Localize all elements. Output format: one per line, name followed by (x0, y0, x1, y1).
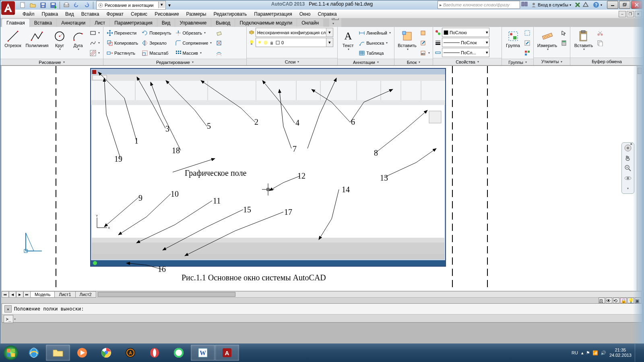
btn-erase-icon[interactable] (215, 28, 223, 38)
tab-insert[interactable]: Вставка (30, 19, 57, 27)
annolock-icon[interactable]: 🔒 (620, 298, 627, 303)
annoscale-icon[interactable]: ⚖ (599, 298, 605, 303)
taskbar-word-icon[interactable]: W (191, 345, 215, 361)
btn-block-insert[interactable]: Вставить▾ (396, 28, 418, 53)
btn-block-attr-icon[interactable]: ab▾ (419, 48, 431, 58)
tray-clock[interactable]: 21:35 24.02.2013 (609, 348, 632, 358)
menu-format[interactable]: Формат (103, 10, 127, 18)
tab-sheet[interactable]: Лист (90, 19, 109, 27)
sheet-tab-2[interactable]: Лист2 (75, 291, 96, 298)
tab-annotate[interactable]: Аннотации (57, 19, 90, 27)
btn-copy-clip-icon[interactable] (596, 38, 605, 48)
lineweight-icon[interactable] (435, 39, 441, 46)
show-desktop-button[interactable] (635, 344, 640, 362)
btn-rectangle[interactable]: ▾ (88, 28, 101, 38)
tray-flag-icon[interactable]: ⚑ (586, 350, 590, 356)
menu-modify[interactable]: Редактировать (210, 10, 250, 18)
linetype-combo[interactable]: ПоСл...▾ (442, 48, 489, 57)
search-input[interactable]: ▸Введите ключевое слово/фразу (438, 1, 520, 9)
btn-spline[interactable]: ▾ (88, 38, 101, 48)
btn-polyline[interactable]: Полилиния (24, 28, 50, 49)
annomax-icon[interactable]: ▣ (635, 298, 641, 303)
taskbar-wmp-icon[interactable] (70, 345, 94, 361)
menu-insert[interactable]: Вставка (78, 10, 103, 18)
panel-utils-title[interactable]: Утилиты▾ (534, 58, 570, 65)
sheet-tab-1[interactable]: Лист1 (54, 291, 75, 298)
menu-draw[interactable]: Рисование (151, 10, 182, 18)
taskbar-ie-icon[interactable] (22, 345, 46, 361)
btn-hatch[interactable]: ▾ (88, 48, 101, 58)
tab-plugins[interactable]: Подключаемые модули (235, 19, 297, 27)
btn-mirror[interactable]: Зеркало (140, 38, 173, 48)
btn-select-icon[interactable] (559, 28, 568, 38)
panel-draw-title[interactable]: Рисование▾ (0, 59, 103, 65)
tab-online[interactable]: Онлайн (297, 19, 323, 27)
maximize-button[interactable] (619, 1, 630, 9)
sheet-next-icon[interactable]: ▶ (16, 291, 23, 298)
menu-param[interactable]: Параметризация (250, 10, 295, 18)
qat-plot-icon[interactable] (62, 1, 71, 10)
annovis-icon[interactable]: 👁 (606, 298, 612, 303)
mdi-close-icon[interactable]: ✕ (635, 11, 642, 17)
btn-copy[interactable]: Копировать (105, 38, 140, 48)
tab-output[interactable]: Вывод (211, 19, 235, 27)
nav-orbit-icon[interactable] (624, 174, 632, 182)
panel-groups-title[interactable]: Группы▾ (502, 59, 533, 65)
qat-customize-icon[interactable]: ▾ (166, 1, 173, 10)
sheet-first-icon[interactable]: ⏮ (2, 291, 9, 298)
btn-scale[interactable]: Масштаб (140, 48, 173, 58)
sheet-last-icon[interactable]: ⏭ (23, 291, 31, 298)
btn-quickcalc-icon[interactable] (559, 38, 568, 48)
sheet-prev-icon[interactable]: ◀ (9, 291, 16, 298)
annoauto-icon[interactable]: ⟲ (613, 298, 619, 303)
taskbar-autocad-icon[interactable]: A (215, 345, 239, 361)
annobulb-icon[interactable]: 💡 (627, 298, 634, 303)
taskbar-qip-icon[interactable] (167, 345, 191, 361)
btn-offset-icon[interactable] (215, 48, 223, 58)
tab-manage[interactable]: Управление (175, 19, 211, 27)
start-button[interactable] (0, 343, 22, 362)
panel-annot-title[interactable]: Аннотации▾ (338, 59, 394, 65)
btn-fillet[interactable]: Сопряжение▾ (173, 38, 214, 48)
btn-group-edit-icon[interactable] (523, 38, 532, 48)
btn-leader[interactable]: Выноска▾ (357, 38, 392, 48)
help-icon[interactable]: ? (592, 1, 600, 8)
btn-text[interactable]: AТекст▾ (339, 28, 357, 53)
taskbar-aimp-icon[interactable]: A (118, 345, 142, 361)
horizontal-scrollbar[interactable] (97, 291, 642, 298)
menu-window[interactable]: Окно (296, 10, 314, 18)
exchange-icon[interactable] (574, 1, 581, 8)
btn-rotate[interactable]: Повернуть (140, 28, 173, 38)
panel-edit-title[interactable]: Редактирование▾ (103, 59, 246, 65)
tray-volume-icon[interactable]: 🔊 (601, 350, 606, 356)
btn-measure[interactable]: Измерить▾ (535, 28, 559, 53)
btn-dimlinear[interactable]: Линейный▾ (357, 28, 392, 38)
search-icon[interactable] (521, 1, 528, 8)
btn-paste[interactable]: Вставить▾ (572, 28, 595, 53)
layer-lightbulb-icon[interactable] (248, 39, 255, 46)
menu-edit[interactable]: Правка (38, 10, 62, 18)
qat-save-icon[interactable] (38, 1, 48, 10)
minimize-button[interactable] (607, 1, 618, 9)
btn-table[interactable]: Таблица (357, 48, 392, 58)
layer-combo[interactable]: 0▾ (256, 38, 333, 47)
menu-dims[interactable]: Размеры (183, 10, 210, 18)
canvas[interactable]: X Y (2, 66, 637, 291)
tray-network-icon[interactable]: 📶 (592, 350, 598, 356)
menu-service[interactable]: Сервис (127, 10, 151, 18)
lineweight-combo[interactable]: ПоСлок▾ (442, 38, 489, 47)
menu-view[interactable]: Вид (62, 10, 78, 18)
btn-move[interactable]: Перенести (105, 28, 140, 38)
btn-array[interactable]: Массив▾ (173, 48, 214, 58)
btn-block-create-icon[interactable] (419, 28, 431, 38)
tray-lang[interactable]: RU (572, 350, 578, 355)
mdi-minimize-icon[interactable]: – (619, 11, 626, 17)
taskbar-chrome-icon[interactable] (94, 345, 118, 361)
autodesk-360-icon[interactable] (582, 1, 589, 8)
qat-open-icon[interactable] (28, 1, 38, 10)
btn-group[interactable]: Группа (504, 28, 522, 49)
layer-props-icon[interactable] (248, 29, 255, 36)
qat-redo-icon[interactable] (82, 1, 91, 10)
btn-arc[interactable]: Дуга▾ (69, 28, 87, 53)
mdi-restore-icon[interactable]: ❐ (627, 11, 634, 17)
